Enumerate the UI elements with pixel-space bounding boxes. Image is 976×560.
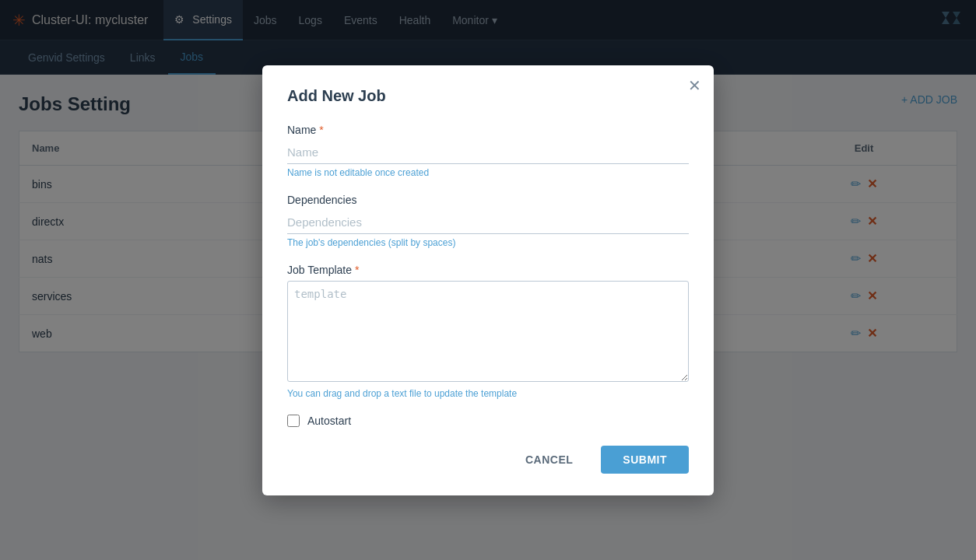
name-input[interactable] (287, 141, 689, 164)
add-job-modal: ✕ Add New Job Name * Name is not editabl… (262, 65, 714, 495)
autostart-checkbox[interactable] (287, 415, 300, 427)
job-template-field-group: Job Template * You can drag and drop a t… (287, 264, 689, 399)
submit-button[interactable]: SUBMIT (601, 446, 689, 474)
name-hint: Name is not editable once created (287, 167, 689, 178)
name-label: Name * (287, 124, 689, 136)
name-required: * (319, 124, 323, 136)
modal-title: Add New Job (287, 87, 689, 105)
job-template-textarea[interactable] (287, 281, 689, 382)
modal-actions: CANCEL SUBMIT (287, 446, 689, 474)
dependencies-field-group: Dependencies The job's dependencies (spl… (287, 194, 689, 248)
template-required: * (355, 264, 359, 276)
modal-close-button[interactable]: ✕ (688, 78, 701, 93)
dependencies-label: Dependencies (287, 194, 689, 206)
job-template-hint: You can drag and drop a text file to upd… (287, 388, 689, 399)
job-template-label: Job Template * (287, 264, 689, 276)
modal-overlay: ✕ Add New Job Name * Name is not editabl… (0, 0, 976, 560)
autostart-row: Autostart (287, 415, 689, 427)
cancel-button[interactable]: CANCEL (507, 446, 592, 474)
dependencies-input[interactable] (287, 211, 689, 234)
name-field-group: Name * Name is not editable once created (287, 124, 689, 178)
autostart-label: Autostart (307, 415, 351, 427)
dependencies-hint: The job's dependencies (split by spaces) (287, 237, 689, 248)
